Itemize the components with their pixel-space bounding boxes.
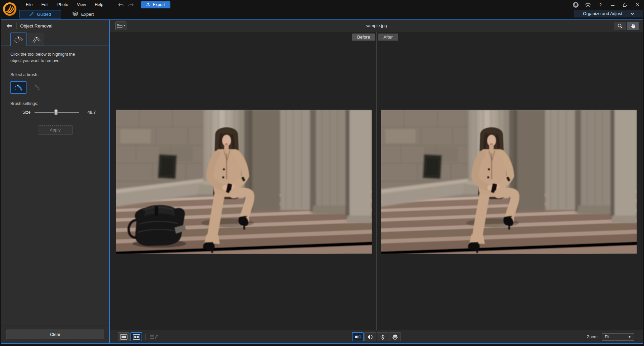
- panel-header: Object Removal: [1, 20, 109, 32]
- single-view-icon: [120, 334, 127, 340]
- compare-side-by-side-button[interactable]: [352, 332, 364, 341]
- panel-title: Object Removal: [20, 23, 52, 28]
- object-removal-panel: Object Removal: [1, 20, 110, 343]
- tab-selection-brush[interactable]: [10, 33, 27, 46]
- brush-settings-label: Brush settings:: [10, 101, 100, 106]
- help-button[interactable]: ?: [597, 2, 603, 8]
- compare-split-vertical-icon: [367, 334, 374, 340]
- zoom-tool-button[interactable]: [614, 21, 626, 31]
- add-brush-icon: [13, 83, 23, 92]
- sync-pan-button[interactable]: [149, 333, 159, 341]
- after-label[interactable]: After: [378, 34, 398, 41]
- zoom-label: Zoom:: [587, 335, 599, 339]
- redo-icon[interactable]: [127, 1, 136, 8]
- settings-gear-icon[interactable]: [585, 2, 591, 8]
- wand-icon: [29, 11, 34, 17]
- bag-object: [129, 205, 186, 247]
- restore-icon[interactable]: [622, 2, 628, 8]
- view-mode-buttons: [118, 332, 142, 341]
- compare-split-horizontal-button[interactable]: [389, 332, 401, 341]
- divider: [145, 334, 146, 340]
- selection-brush-icon: [14, 36, 24, 43]
- canvas-topbar: ▾ sample.jpg: [110, 20, 643, 32]
- tab-expert[interactable]: Expert: [70, 10, 97, 18]
- zoom-select[interactable]: Fit ▼: [602, 333, 634, 341]
- menu-view[interactable]: View: [72, 0, 90, 9]
- magnifier-icon: [617, 23, 623, 29]
- size-label: Size: [20, 110, 31, 115]
- compare-top-bottom-button[interactable]: [377, 332, 388, 341]
- compare-top-bottom-icon: [379, 334, 386, 340]
- window-controls: ?: [573, 0, 641, 9]
- chevron-down-icon: [630, 11, 634, 16]
- remove-brush-button[interactable]: [28, 81, 44, 94]
- remove-brush-icon: [31, 83, 41, 92]
- apply-row: Apply: [10, 125, 100, 135]
- dual-view-icon: [133, 334, 140, 340]
- tab-guided-label: Guided: [37, 12, 51, 17]
- before-photo[interactable]: [116, 110, 372, 254]
- minimize-icon[interactable]: [610, 2, 616, 8]
- canvas-bottombar: Zoom: Fit ▼: [110, 330, 643, 343]
- divider: [16, 22, 17, 29]
- compare-split-vertical-button[interactable]: [364, 332, 376, 341]
- canvas-area: ▾ sample.jpg Before After: [110, 20, 643, 343]
- sync-arrow-icon: [150, 334, 159, 340]
- dual-view-button[interactable]: [130, 332, 142, 341]
- menu-file[interactable]: File: [21, 0, 37, 9]
- app-logo-icon[interactable]: [2, 2, 17, 16]
- zoom-caret-icon: ▼: [628, 335, 631, 339]
- compare-divider: [376, 32, 377, 330]
- instruction-text: Click the tool below to highlight the ob…: [10, 51, 83, 64]
- filename: sample.jpg: [110, 23, 643, 28]
- back-arrow-icon: [6, 23, 12, 28]
- add-brush-button[interactable]: [10, 81, 26, 94]
- size-value: 48.7: [88, 110, 96, 115]
- export-label: Export: [153, 2, 165, 7]
- notifications-bell-icon[interactable]: [573, 2, 579, 8]
- layers-icon: [72, 11, 78, 17]
- size-slider[interactable]: [35, 112, 79, 113]
- clear-button[interactable]: Clear: [6, 330, 104, 339]
- single-view-button[interactable]: [118, 332, 129, 341]
- tab-stroke-brush[interactable]: [28, 33, 44, 46]
- size-slider-handle[interactable]: [54, 109, 58, 115]
- window-bottom-edge: [0, 344, 644, 346]
- workspace-label: Organize and Adjust: [583, 11, 622, 16]
- divider: [112, 2, 112, 7]
- hand-icon: [630, 23, 636, 29]
- zoom-value: Fit: [605, 335, 609, 339]
- stroke-brush-icon: [31, 36, 41, 43]
- apply-button[interactable]: Apply: [38, 125, 73, 135]
- after-photo[interactable]: [381, 110, 637, 254]
- brush-buttons: [10, 81, 100, 94]
- menu-edit[interactable]: Edit: [37, 0, 53, 9]
- tab-guided[interactable]: Guided: [19, 10, 61, 18]
- menu-help[interactable]: Help: [90, 0, 108, 9]
- tab-expert-label: Expert: [81, 12, 94, 17]
- select-brush-label: Select a brush:: [10, 72, 100, 77]
- upload-icon: [146, 2, 150, 7]
- workspace-switcher[interactable]: Organize and Adjust: [574, 10, 643, 17]
- compare-mode-buttons: [352, 332, 401, 341]
- export-button[interactable]: Export: [141, 1, 170, 8]
- close-icon[interactable]: [635, 2, 641, 8]
- menu-bar: File Edit Photo View Help Export: [21, 0, 170, 9]
- zoom-control: Zoom: Fit ▼: [587, 333, 634, 341]
- compare-split-horizontal-icon: [391, 334, 399, 340]
- clear-row: Clear: [1, 326, 109, 343]
- pan-tool-button[interactable]: [627, 21, 639, 31]
- compare-side-by-side-icon: [354, 334, 362, 340]
- menu-photo[interactable]: Photo: [53, 0, 73, 9]
- tool-tabs: [1, 32, 109, 46]
- workspace-content: Object Removal: [1, 19, 643, 344]
- titlebar: File Edit Photo View Help Export: [0, 0, 644, 19]
- back-button[interactable]: [4, 22, 14, 30]
- undo-icon[interactable]: [117, 1, 125, 8]
- size-row: Size 48.7: [20, 110, 100, 115]
- panel-body: Click the tool below to highlight the ob…: [1, 46, 109, 326]
- before-label[interactable]: Before: [352, 34, 375, 41]
